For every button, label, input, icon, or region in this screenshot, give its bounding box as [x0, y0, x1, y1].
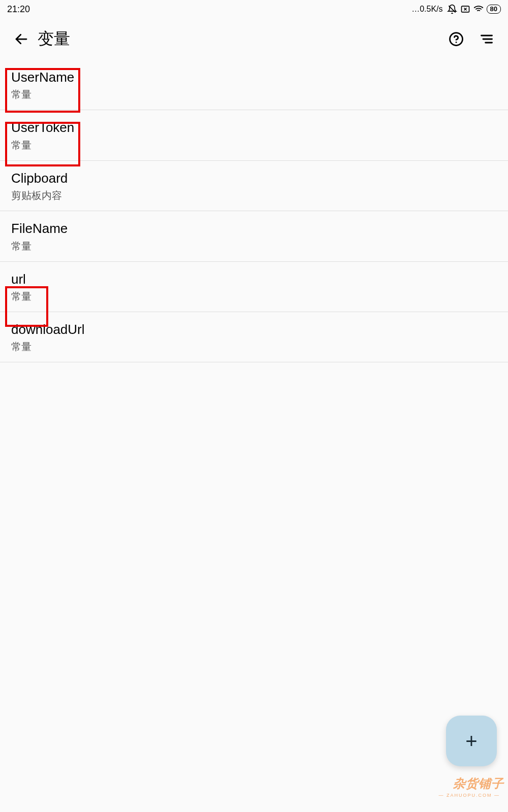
battery-indicator: 80	[487, 5, 501, 14]
back-button[interactable]	[9, 27, 34, 51]
variable-name: UserToken	[11, 118, 497, 137]
add-variable-fab[interactable]: +	[446, 716, 497, 766]
status-time: 21:20	[7, 4, 30, 15]
status-bar: 21:20 …0.5K/s 80	[0, 0, 508, 18]
plus-icon: +	[465, 731, 477, 751]
list-item[interactable]: downloadUrl 常量	[0, 312, 508, 362]
list-item[interactable]: UserToken 常量	[0, 110, 508, 160]
arrow-left-icon	[14, 31, 29, 47]
status-right: …0.5K/s 80	[411, 4, 501, 14]
help-button[interactable]	[444, 27, 468, 51]
list-item[interactable]: url 常量	[0, 262, 508, 312]
wifi-icon	[473, 4, 484, 14]
sort-icon	[480, 32, 494, 46]
variable-name: downloadUrl	[11, 320, 497, 339]
bell-muted-icon	[447, 4, 457, 14]
watermark: 杂货铺子	[453, 775, 504, 792]
variable-type: 剪贴板内容	[11, 188, 497, 202]
variable-name: UserName	[11, 68, 497, 86]
variable-list: UserName 常量 UserToken 常量 Clipboard 剪贴板内容…	[0, 60, 508, 362]
variable-name: Clipboard	[11, 169, 497, 187]
variable-type: 常量	[11, 289, 497, 303]
status-network-speed: …0.5K/s	[411, 5, 442, 14]
variable-type: 常量	[11, 340, 497, 354]
app-bar: 变量	[0, 18, 508, 60]
variable-name: url	[11, 270, 497, 288]
variable-name: FileName	[11, 219, 497, 238]
variable-type: 常量	[11, 87, 497, 101]
list-item[interactable]: FileName 常量	[0, 211, 508, 261]
watermark-sub: — ZAHUOPU.COM —	[438, 793, 500, 798]
status-icons: 80	[447, 4, 501, 14]
close-box-icon	[460, 4, 470, 14]
variable-type: 常量	[11, 239, 497, 253]
list-item[interactable]: UserName 常量	[0, 60, 508, 110]
list-item[interactable]: Clipboard 剪贴板内容	[0, 161, 508, 211]
variable-type: 常量	[11, 138, 497, 152]
help-circle-icon	[449, 31, 464, 47]
page-title: 变量	[38, 28, 438, 50]
sort-button[interactable]	[474, 27, 499, 51]
